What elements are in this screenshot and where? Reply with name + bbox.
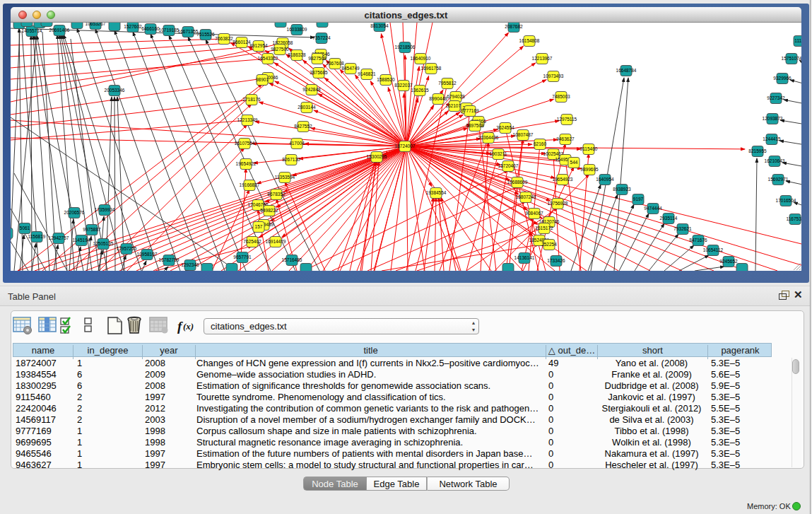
svg-text:9146821: 9146821 [358,71,376,76]
svg-text:19384554: 19384554 [426,190,447,195]
svg-text:12975115: 12975115 [557,117,577,122]
svg-text:1112: 1112 [794,38,801,43]
svg-text:19654923: 19654923 [553,177,573,182]
svg-text:1615172: 1615172 [535,226,553,230]
svg-text:15692971: 15692971 [768,177,789,182]
svg-text:9657791: 9657791 [233,255,252,259]
svg-text:19756928: 19756928 [548,201,568,206]
svg-text:1527602: 1527602 [124,24,142,29]
svg-text:14055714: 14055714 [22,28,42,33]
svg-text:11353594: 11353594 [275,175,295,180]
svg-text:16961758: 16961758 [421,66,442,71]
svg-text:16671355: 16671355 [178,29,199,34]
svg-text:6897508: 6897508 [466,123,484,128]
svg-text:9827500: 9827500 [271,47,289,52]
svg-text:15720407: 15720407 [498,163,519,168]
svg-text:8186328: 8186328 [288,52,306,57]
svg-text:10653267: 10653267 [86,23,106,26]
svg-text:5498222: 5498222 [260,208,278,213]
svg-text:8938923: 8938923 [613,187,631,192]
svg-text:18724007: 18724007 [395,144,416,148]
svg-text:10719185: 10719185 [159,28,180,33]
svg-text:7663822: 7663822 [215,36,233,41]
svg-text:18640910: 18640910 [411,56,431,61]
svg-text:9245652: 9245652 [719,259,738,264]
svg-text:8454749: 8454749 [341,66,360,71]
svg-text:9197: 9197 [633,197,644,201]
svg-text:9084067: 9084067 [525,211,543,216]
svg-text:19654922: 19654922 [236,161,257,166]
svg-text:7625402: 7625402 [243,239,261,244]
svg-text:8990448: 8990448 [429,96,447,101]
svg-text:9975887: 9975887 [83,227,101,232]
svg-text:8267130: 8267130 [282,157,300,162]
svg-text:20691406: 20691406 [49,28,70,33]
svg-text:1292346: 1292346 [181,262,199,267]
svg-text:12942757: 12942757 [49,235,69,240]
svg-text:7485003: 7485003 [552,94,570,99]
svg-text:10654112: 10654112 [703,247,724,252]
svg-text:8471676: 8471676 [689,238,707,243]
svg-text:9463627: 9463627 [556,136,575,141]
svg-text:16154808: 16154808 [519,38,540,43]
svg-text:62160: 62160 [534,141,546,146]
svg-text:2367608: 2367608 [326,61,344,66]
svg-text:20364436: 20364436 [478,135,499,140]
svg-text:1588520: 1588520 [377,77,395,82]
svg-text:9777169: 9777169 [461,108,479,113]
svg-text:16914479: 16914479 [266,239,286,244]
svg-text:2935114: 2935114 [660,216,678,221]
svg-text:12093873: 12093873 [763,116,783,121]
svg-text:6466160: 6466160 [141,26,160,31]
svg-text:9115460: 9115460 [580,146,598,151]
svg-text:9474444: 9474444 [644,206,662,211]
svg-text:98901: 98901 [256,77,269,82]
svg-text:16543362: 16543362 [258,56,278,61]
svg-text:10958107: 10958107 [137,252,158,257]
svg-text:16107554: 16107554 [235,141,255,146]
svg-text:18300295: 18300295 [367,154,387,159]
svg-text:7357224: 7357224 [312,35,331,40]
svg-text:1156819: 1156819 [28,234,46,239]
svg-text:1244415: 1244415 [763,136,781,141]
svg-text:(x): (x) [183,321,194,332]
svg-text:8813054: 8813054 [370,23,389,28]
svg-text:7932621: 7932621 [673,226,692,231]
svg-text:9827508: 9827508 [308,56,326,61]
svg-text:16033809: 16033809 [287,27,307,32]
svg-text:2718176: 2718176 [242,97,261,102]
svg-text:1362615: 1362615 [411,88,429,93]
svg-text:8427552: 8427552 [294,124,312,129]
svg-text:12213349: 12213349 [237,117,258,122]
svg-text:8215955: 8215955 [748,148,767,153]
svg-text:17359934: 17359934 [95,207,115,212]
svg-text:2803144: 2803144 [298,105,316,110]
svg-text:19218506: 19218506 [395,45,416,49]
svg-text:417004: 417004 [289,141,305,146]
svg-text:7515526: 7515526 [196,32,215,37]
svg-text:20206576: 20206576 [64,210,85,215]
svg-text:10807487: 10807487 [513,132,534,137]
svg-text:1733426: 1733426 [547,258,565,263]
svg-text:157: 157 [255,224,263,229]
svg-text:252254: 252254 [541,242,557,247]
svg-text:1903211: 1903211 [490,151,507,156]
svg-text:17016504: 17016504 [776,198,796,203]
svg-text:1167533: 1167533 [787,216,801,221]
svg-text:15751074: 15751074 [782,56,801,61]
svg-text:16210643: 16210643 [765,158,785,163]
svg-text:15807249: 15807249 [516,194,536,199]
svg-text:8912954: 8912954 [249,43,268,48]
svg-text:10688609: 10688609 [507,180,528,185]
svg-text:16648784: 16648784 [616,68,637,73]
svg-text:16782759: 16782759 [159,257,180,262]
svg-text:7955812: 7955812 [438,81,457,86]
svg-text:2087682: 2087682 [505,24,523,29]
svg-text:9329966: 9329966 [773,76,792,81]
svg-text:12213967: 12213967 [532,56,553,61]
svg-text:544: 544 [570,160,578,165]
svg-text:15716485: 15716485 [282,257,302,262]
svg-text:5061: 5061 [20,226,30,230]
svg-text:9242848: 9242848 [302,87,321,92]
svg-text:1640954: 1640954 [596,177,614,182]
